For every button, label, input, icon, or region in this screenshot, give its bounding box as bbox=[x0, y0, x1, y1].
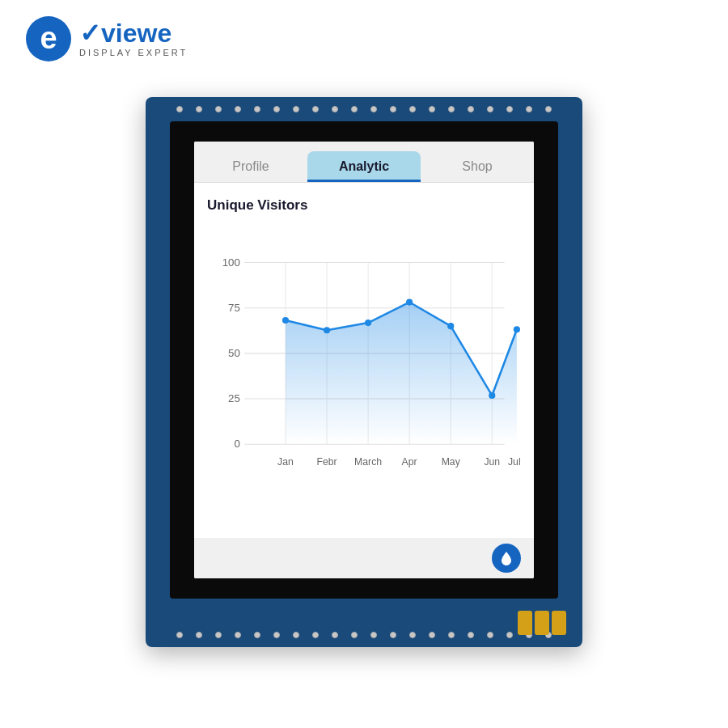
screen-bottom bbox=[194, 538, 534, 578]
pcb-dot bbox=[176, 632, 183, 638]
pcb-contacts bbox=[518, 611, 566, 635]
xlabel-july: July bbox=[508, 456, 521, 468]
pcb-dot bbox=[526, 106, 532, 112]
pcb-dot bbox=[390, 632, 396, 638]
datapoint-jan bbox=[282, 317, 289, 324]
pcb-dot bbox=[545, 106, 552, 112]
pcb-dot bbox=[409, 632, 416, 638]
svg-text:50: 50 bbox=[228, 347, 240, 359]
pcb-dot bbox=[468, 632, 474, 638]
pcb-dot bbox=[448, 632, 455, 638]
svg-text:e: e bbox=[40, 21, 57, 55]
datapoint-july bbox=[514, 326, 520, 332]
brand-label: viewe bbox=[101, 19, 171, 48]
pcb-dot bbox=[506, 106, 513, 112]
pcb-dot bbox=[429, 106, 435, 112]
datapoint-febr bbox=[324, 327, 330, 333]
datapoint-march bbox=[365, 320, 371, 326]
xlabel-may: May bbox=[442, 456, 461, 468]
pcb-dot bbox=[390, 106, 396, 112]
pcb-dot bbox=[351, 632, 358, 638]
pcb-dot bbox=[468, 106, 474, 112]
brand-v-icon: ✓ bbox=[79, 19, 101, 48]
datapoint-apr bbox=[406, 298, 413, 305]
tab-shop[interactable]: Shop bbox=[421, 151, 534, 182]
chart-svg: 100 75 50 25 0 bbox=[207, 226, 521, 530]
chart-area: Unique Visitors 100 bbox=[194, 183, 534, 538]
pcb-dot bbox=[215, 632, 222, 638]
pcb-dot bbox=[293, 632, 299, 638]
logo-text: ✓viewe DISPLAY EXPERT bbox=[79, 20, 188, 57]
brand-subtitle: DISPLAY EXPERT bbox=[79, 48, 188, 57]
chart-fill-area bbox=[286, 303, 517, 445]
pcb-dot bbox=[409, 106, 416, 112]
svg-text:0: 0 bbox=[234, 438, 239, 450]
tab-analytic-label: Analytic bbox=[339, 159, 389, 173]
logo-icon: e bbox=[24, 15, 73, 63]
svg-text:75: 75 bbox=[228, 302, 240, 314]
svg-text:100: 100 bbox=[222, 256, 240, 269]
pcb-dot bbox=[332, 632, 338, 638]
pcb-dot bbox=[254, 632, 260, 638]
pcb-contact-1 bbox=[518, 611, 532, 635]
svg-text:25: 25 bbox=[228, 392, 240, 404]
tab-profile-label: Profile bbox=[232, 159, 269, 173]
pcb-contact-3 bbox=[552, 611, 566, 635]
pcb-dots-top bbox=[170, 104, 558, 115]
pcb-dot bbox=[273, 632, 280, 638]
xlabel-jan: Jan bbox=[277, 456, 294, 468]
pcb-dot bbox=[332, 106, 338, 112]
pcb-dot bbox=[429, 632, 435, 638]
datapoint-jun bbox=[489, 392, 495, 399]
chart-title: Unique Visitors bbox=[207, 197, 521, 214]
pcb-dot bbox=[370, 632, 377, 638]
pcb-dot bbox=[235, 632, 241, 638]
chart-container: 100 75 50 25 0 bbox=[207, 226, 521, 530]
tabs-bar[interactable]: Profile Analytic Shop bbox=[194, 142, 534, 183]
tab-profile[interactable]: Profile bbox=[194, 151, 307, 182]
pcb-dot bbox=[312, 632, 319, 638]
pcb-dot bbox=[312, 106, 319, 112]
datapoint-may bbox=[447, 323, 454, 329]
pcb-dot bbox=[351, 106, 358, 112]
screen-display: Profile Analytic Shop Unique Visitors bbox=[194, 142, 534, 578]
pcb-contact-2 bbox=[535, 611, 549, 635]
pcb-dot bbox=[235, 106, 241, 112]
water-drop-button[interactable] bbox=[492, 544, 521, 573]
xlabel-apr: Apr bbox=[402, 456, 417, 468]
pcb-dot bbox=[273, 106, 280, 112]
brand-name: ✓viewe bbox=[79, 20, 188, 46]
pcb-dot bbox=[506, 632, 513, 638]
xlabel-jun: Jun bbox=[484, 456, 500, 468]
tab-analytic[interactable]: Analytic bbox=[307, 151, 421, 182]
pcb-dot bbox=[370, 106, 377, 112]
pcb-dot bbox=[487, 632, 493, 638]
water-drop-icon bbox=[498, 550, 514, 566]
pcb-dot bbox=[448, 106, 455, 112]
screen-bezel: Profile Analytic Shop Unique Visitors bbox=[170, 121, 558, 599]
pcb-dot bbox=[196, 106, 202, 112]
pcb-dot bbox=[215, 106, 222, 112]
pcb-dot bbox=[254, 106, 260, 112]
tab-shop-label: Shop bbox=[462, 159, 492, 173]
pcb-dot bbox=[487, 106, 493, 112]
pcb-dot bbox=[196, 632, 202, 638]
pcb-dot bbox=[176, 106, 183, 112]
pcb-dot bbox=[293, 106, 299, 112]
logo-area: e ✓viewe DISPLAY EXPERT bbox=[24, 15, 188, 63]
pcb-board: Profile Analytic Shop Unique Visitors bbox=[146, 97, 582, 647]
xlabel-febr: Febr bbox=[316, 456, 336, 468]
pcb-dots-bottom bbox=[170, 629, 558, 641]
xlabel-march: March bbox=[354, 456, 382, 468]
